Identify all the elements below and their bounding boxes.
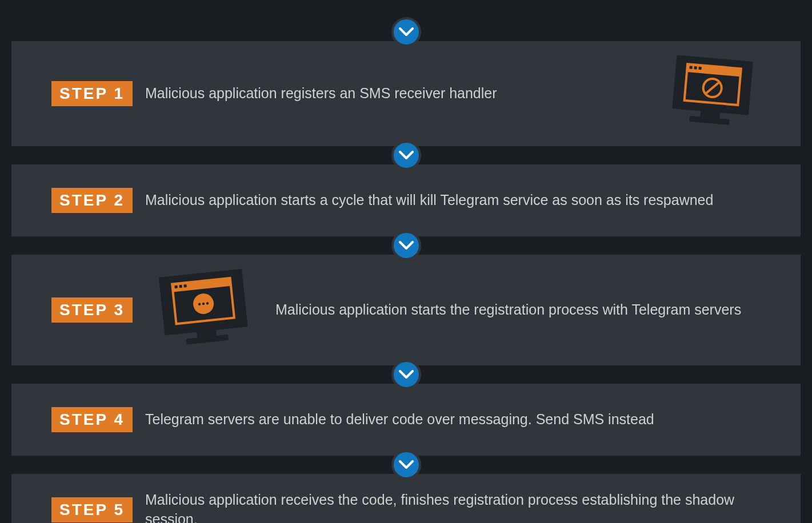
steps-flow: STEP 1 Malicious application registers a… xyxy=(11,23,801,523)
svg-rect-5 xyxy=(689,66,692,69)
blocked-monitor-icon xyxy=(663,53,761,135)
chevron-down-icon xyxy=(391,231,421,260)
chevron-down-icon xyxy=(391,450,421,480)
step-text-3: Malicious application starts the registr… xyxy=(275,300,766,320)
step-row-3: STEP 3 xyxy=(11,255,801,365)
step-text-5: Malicious application receives the code,… xyxy=(145,490,766,523)
step-text-4: Telegram servers are unable to deliver c… xyxy=(145,410,766,429)
svg-rect-6 xyxy=(694,66,697,69)
chevron-down-icon xyxy=(391,360,421,389)
step-badge-4: STEP 4 xyxy=(51,407,133,432)
svg-rect-16 xyxy=(179,285,182,288)
step-row-4: STEP 4 Telegram servers are unable to de… xyxy=(11,384,801,456)
svg-rect-15 xyxy=(174,285,177,288)
step-badge-1: STEP 1 xyxy=(51,81,133,106)
step-row-2: STEP 2 Malicious application starts a cy… xyxy=(11,164,801,236)
step-badge-2: STEP 2 xyxy=(51,188,133,213)
chevron-down-icon xyxy=(391,140,421,170)
step-text-1: Malicious application registers an SMS r… xyxy=(145,84,663,103)
svg-rect-0 xyxy=(672,55,753,115)
chevron-down-icon xyxy=(391,17,421,47)
svg-rect-7 xyxy=(698,67,701,70)
step-row-1: STEP 1 Malicious application registers a… xyxy=(11,41,801,146)
svg-rect-17 xyxy=(183,284,186,287)
chat-monitor-icon xyxy=(150,266,258,354)
step-text-2: Malicious application starts a cycle tha… xyxy=(145,191,766,210)
step-badge-3: STEP 3 xyxy=(51,297,133,323)
step-row-5: STEP 5 Malicious application receives th… xyxy=(11,474,801,523)
step-badge-5: STEP 5 xyxy=(51,497,133,522)
